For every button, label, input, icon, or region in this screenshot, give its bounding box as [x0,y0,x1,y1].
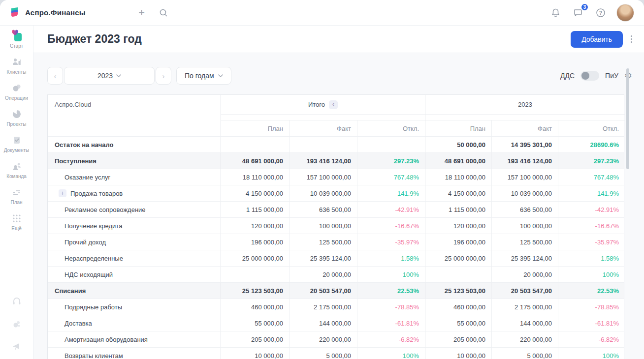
cell-itogo-fact[interactable]: 144 000,00 [290,315,357,331]
cell-2023-plan[interactable]: 4 150 000,00 [425,185,492,201]
row-label[interactable]: Возвраты клиентам [48,348,221,359]
cell-2023-dev[interactable]: 22.53% [558,283,625,299]
cell-itogo-dev[interactable]: 297.23% [357,153,425,169]
cell-itogo-dev[interactable]: -78.85% [357,299,425,315]
cell-2023-plan[interactable]: 55 000,00 [425,315,492,331]
cell-2023-fact[interactable]: 193 416 124,00 [492,153,558,169]
row-label[interactable]: Прочий доход [48,234,221,250]
table-row[interactable]: Амортизация оборудования205 000,00220 00… [48,331,624,347]
table-row[interactable]: Поступления48 691 000,00193 416 124,0029… [48,152,624,169]
cell-itogo-dev[interactable]: 141.9% [357,185,425,201]
table-row[interactable]: +Продажа товаров4 150 000,0010 039 000,0… [48,185,624,201]
cell-itogo-plan[interactable]: 48 691 000,00 [221,153,290,169]
cell-2023-plan[interactable]: 18 110 000,00 [425,169,492,185]
cell-itogo-dev[interactable]: 100% [357,267,425,282]
sidebar-item-projects[interactable]: Проекты [2,109,32,127]
view-mode-select[interactable]: По годам [176,67,231,85]
table-row[interactable]: Оказание услуг18 110 000,00157 100 000,0… [48,169,624,185]
cell-2023-dev[interactable]: -6.82% [558,331,625,347]
cell-itogo-plan[interactable]: 196 000,00 [221,234,290,250]
cell-2023-dev[interactable]: -35.97% [558,234,625,250]
row-label[interactable]: Оказание услуг [48,169,221,185]
cell-itogo-fact[interactable] [290,137,357,152]
cell-2023-dev[interactable]: 767.48% [558,169,625,185]
cell-itogo-plan[interactable]: 460 000,00 [221,299,290,315]
table-row[interactable]: Подрядные работы460 000,002 175 000,00-7… [48,299,624,315]
cell-2023-fact[interactable]: 144 000,00 [492,315,558,331]
search-icon[interactable] [157,6,170,20]
cell-itogo-fact[interactable]: 25 395 124,00 [290,250,357,266]
create-plus-icon[interactable]: + [135,6,149,20]
cell-2023-plan[interactable]: 460 000,00 [425,299,492,315]
cell-itogo-dev[interactable]: -61.81% [357,315,425,331]
table-row[interactable]: Рекламное сопровождение1 115 000,00636 5… [48,201,624,217]
vertical-scrollbar[interactable] [626,68,629,169]
row-label[interactable]: Рекламное сопровождение [48,202,221,217]
help-icon[interactable]: ? [594,6,608,20]
year-select[interactable]: 2023 [64,67,155,85]
sidebar-item-start[interactable]: Старт [2,30,32,49]
cell-itogo-plan[interactable]: 25 123 503,00 [221,283,290,299]
cell-2023-fact[interactable]: 10 039 000,00 [492,185,558,201]
cell-itogo-plan[interactable]: 205 000,00 [221,331,290,347]
row-label[interactable]: +Продажа товаров [48,185,221,201]
row-label[interactable]: Остаток на начало [48,137,221,152]
cell-itogo-dev[interactable]: 767.48% [357,169,425,185]
cell-2023-plan[interactable]: 196 000,00 [425,234,492,250]
row-label[interactable]: Амортизация оборудования [48,331,221,347]
cell-itogo-plan[interactable] [221,267,290,282]
table-row[interactable]: НДС исходящий20 000,00100%20 000,00100% [48,266,624,282]
expand-plus-icon[interactable]: + [59,189,66,197]
cell-2023-dev[interactable]: 100% [558,348,625,359]
row-label[interactable]: Поступления [48,153,221,169]
cell-2023-fact[interactable]: 20 503 547,00 [492,283,558,299]
sidebar-item-team[interactable]: Команда [2,161,32,179]
cell-itogo-fact[interactable]: 157 100 000,00 [290,169,357,185]
cell-itogo-fact[interactable]: 20 000,00 [290,267,357,282]
cell-2023-dev[interactable]: 141.9% [558,185,625,201]
cell-itogo-plan[interactable]: 55 000,00 [221,315,290,331]
cell-2023-fact[interactable]: 14 395 301,00 [492,137,558,152]
cell-2023-fact[interactable]: 125 500,00 [492,234,558,250]
cell-2023-plan[interactable]: 10 000,00 [425,348,492,359]
cell-2023-fact[interactable]: 220 000,00 [492,331,558,347]
cell-2023-plan[interactable]: 25 000 000,00 [425,250,492,266]
integrations-icon[interactable] [11,319,22,329]
cell-2023-dev[interactable]: 100% [558,267,625,282]
cell-itogo-plan[interactable]: 1 115 000,00 [221,202,290,217]
cell-2023-fact[interactable]: 25 395 124,00 [492,250,558,266]
cell-2023-plan[interactable]: 1 115 000,00 [425,202,492,217]
cell-2023-fact[interactable]: 2 175 000,00 [492,299,558,315]
row-label[interactable]: НДС исходящий [48,267,221,282]
cell-itogo-plan[interactable]: 4 150 000,00 [221,185,290,201]
row-label[interactable]: Получение кредита [48,218,221,234]
next-year-button[interactable]: › [156,67,171,85]
cell-2023-plan[interactable]: 50 000,00 [425,137,492,152]
table-row[interactable]: Нераспределенные25 000 000,0025 395 124,… [48,250,624,266]
cell-itogo-fact[interactable]: 100 000,00 [290,218,357,234]
cell-itogo-plan[interactable]: 120 000,00 [221,218,290,234]
cell-itogo-fact[interactable]: 2 175 000,00 [290,299,357,315]
cell-2023-plan[interactable] [425,267,492,282]
dds-piu-toggle[interactable] [580,71,599,81]
sidebar-item-clients[interactable]: Клиенты [2,57,32,75]
cell-itogo-dev[interactable]: -16.67% [357,218,425,234]
cell-itogo-dev[interactable]: -35.97% [357,234,425,250]
cell-2023-dev[interactable]: 297.23% [558,153,625,169]
more-actions-kebab-icon[interactable] [631,35,632,43]
notifications-bell-icon[interactable] [548,6,562,20]
row-label[interactable]: Нераспределенные [48,250,221,266]
collapse-itogo-button[interactable]: ‹ [329,100,338,109]
cell-itogo-fact[interactable]: 20 503 547,00 [290,283,357,299]
cell-2023-dev[interactable]: 1.58% [558,250,625,266]
table-row[interactable]: Списания25 123 503,0020 503 547,0022.53%… [48,282,624,299]
cell-itogo-plan[interactable] [221,137,290,152]
cell-itogo-fact[interactable]: 636 500,00 [290,202,357,217]
cell-itogo-dev[interactable] [357,137,425,152]
prev-year-button[interactable]: ‹ [47,67,63,85]
cell-itogo-fact[interactable]: 10 039 000,00 [290,185,357,201]
cell-2023-plan[interactable]: 25 123 503,00 [425,283,492,299]
cell-2023-plan[interactable]: 48 691 000,00 [425,153,492,169]
cell-itogo-plan[interactable]: 10 000,00 [221,348,290,359]
cell-2023-plan[interactable]: 205 000,00 [425,331,492,347]
